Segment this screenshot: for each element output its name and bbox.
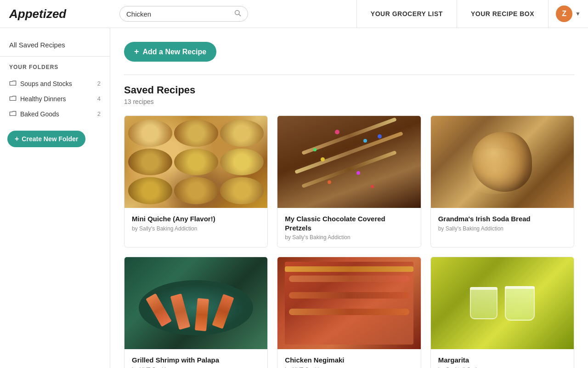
recipe-card-0[interactable]: Mini Quiche (Any Flavor!) by Sally's Bak… [124,115,268,247]
nav-recipe-box[interactable]: YOUR RECIPE BOX [457,0,548,28]
content-area: + Add a New Recipe Saved Recipes 13 reci… [110,28,588,368]
recipe-card-1[interactable]: My Classic Chocolate Covered Pretzels by… [277,115,421,247]
header: Appetized YOUR GROCERY LIST YOUR RECIPE … [0,0,588,28]
recipe-name-5: Margarita [438,356,566,365]
folder-icon-baked [9,110,17,118]
recipe-source-1: by Sally's Baking Addiction [285,234,413,241]
recipe-name-3: Grilled Shrimp with Palapa [132,356,260,365]
recipe-card-4[interactable]: Chicken Negimaki by NYT Cooking [277,257,421,368]
recipe-card-2[interactable]: Grandma's Irish Soda Bread by Sally's Ba… [430,115,574,247]
folder-name-healthy: Healthy Dinners [20,95,97,103]
recipe-image-2 [431,116,574,208]
svg-line-1 [239,14,240,16]
recipe-name-1: My Classic Chocolate Covered Pretzels [285,214,413,232]
recipe-card-5[interactable]: Margarita by Cocktail Codex [430,257,574,368]
folder-icon [9,80,17,87]
sidebar-folders-title: YOUR FOLDERS [0,64,110,76]
avatar-area[interactable]: Z ▼ [548,0,588,28]
recipe-image-4 [277,257,420,349]
sidebar-all-saved[interactable]: All Saved Recipes [0,37,110,57]
create-folder-button[interactable]: + Create New Folder [7,131,85,147]
add-recipe-button[interactable]: + Add a New Recipe [124,42,216,62]
recipe-source-2: by Sally's Baking Addiction [438,225,566,232]
recipe-source-3: by NYT Cooking [132,367,260,368]
sidebar: All Saved Recipes YOUR FOLDERS Soups and… [0,28,110,368]
recipe-image-5 [431,257,574,349]
folder-item-soups[interactable]: Soups and Stocks 2 [0,76,110,91]
search-icon [234,9,241,18]
recipe-image-1 [277,116,420,208]
section-count: 13 recipes [124,98,574,105]
section-title: Saved Recipes [124,84,574,96]
search-box [119,6,248,22]
recipe-info-4: Chicken Negimaki by NYT Cooking [277,349,420,368]
folder-name-soups: Soups and Stocks [20,80,97,87]
recipe-info-2: Grandma's Irish Soda Bread by Sally's Ba… [431,208,574,238]
recipe-grid: Mini Quiche (Any Flavor!) by Sally's Bak… [124,115,574,368]
main-layout: All Saved Recipes YOUR FOLDERS Soups and… [0,28,588,368]
avatar: Z [556,6,572,22]
recipe-info-5: Margarita by Cocktail Codex [431,349,574,368]
recipe-name-2: Grandma's Irish Soda Bread [438,214,566,224]
folder-count-soups: 2 [97,80,101,87]
recipe-source-4: by NYT Cooking [285,367,413,368]
folder-name-baked: Baked Goods [20,110,97,118]
folder-item-baked[interactable]: Baked Goods 2 [0,106,110,121]
recipe-name-0: Mini Quiche (Any Flavor!) [132,214,260,224]
folder-count-healthy: 4 [97,95,101,102]
folder-count-baked: 2 [97,110,101,117]
recipe-image-0 [124,116,267,208]
add-recipe-label: Add a New Recipe [143,48,207,56]
logo: Appetized [9,7,66,21]
recipe-info-1: My Classic Chocolate Covered Pretzels by… [277,208,420,247]
recipe-info-0: Mini Quiche (Any Flavor!) by Sally's Bak… [124,208,267,238]
search-input[interactable] [126,10,234,18]
logo-area: Appetized [0,7,110,21]
recipe-name-4: Chicken Negimaki [285,356,413,365]
folder-icon-healthy [9,95,17,103]
section-divider [124,75,574,75]
recipe-card-3[interactable]: Grilled Shrimp with Palapa by NYT Cookin… [124,257,268,368]
recipe-source-0: by Sally's Baking Addiction [132,225,260,232]
search-area [110,6,356,22]
create-folder-label: Create New Folder [22,135,78,143]
chevron-down-icon: ▼ [575,11,581,17]
svg-point-0 [235,11,239,15]
nav-links: YOUR GROCERY LIST YOUR RECIPE BOX [356,0,548,28]
nav-grocery-list[interactable]: YOUR GROCERY LIST [356,0,457,28]
recipe-image-3 [124,257,267,349]
folder-item-healthy[interactable]: Healthy Dinners 4 [0,91,110,106]
recipe-source-5: by Cocktail Codex [438,367,566,368]
add-recipe-plus-icon: + [134,47,139,57]
recipe-info-3: Grilled Shrimp with Palapa by NYT Cookin… [124,349,267,368]
plus-icon: + [15,135,19,143]
